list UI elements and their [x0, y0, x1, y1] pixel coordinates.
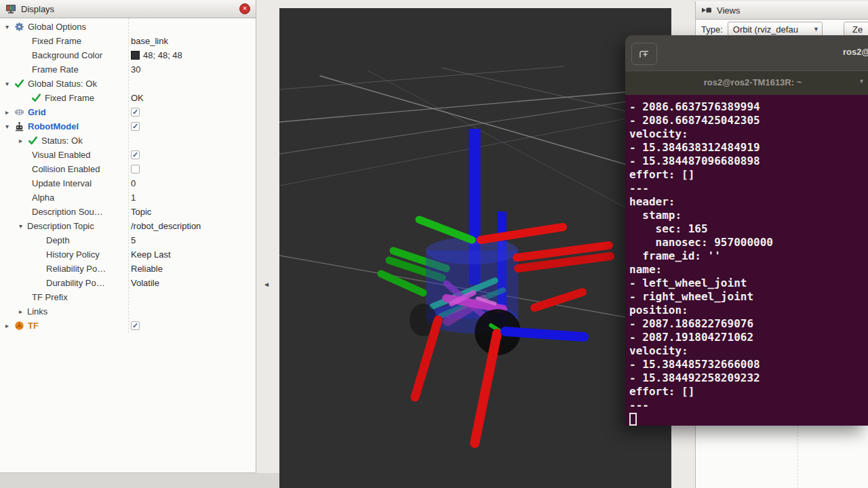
property-label: Description Topic	[27, 221, 94, 231]
property-value[interactable]: ✓	[128, 122, 256, 131]
display-row-reliability-policy[interactable]: Reliability Po…Reliable	[0, 262, 256, 276]
expand-arrow-icon[interactable]: ▸	[19, 308, 27, 315]
terminal-line: ---	[629, 399, 868, 412]
terminal-line: effort: []	[629, 385, 868, 399]
terminal-tabbar: ros2@ros2-TM1613R: ~ ▼	[625, 70, 868, 96]
property-label: Alpha	[32, 192, 54, 203]
property-label: Global Options	[28, 22, 86, 32]
terminal-window[interactable]: ros2@ ros2@ros2-TM1613R: ~ ▼ - 2086.6637…	[625, 35, 868, 426]
display-row-alpha[interactable]: Alpha1	[0, 190, 256, 205]
property-value[interactable]: ✓	[128, 150, 256, 159]
display-row-global-options[interactable]: ▾Global Options	[0, 20, 256, 34]
3d-viewport[interactable]	[279, 8, 671, 488]
display-row-history-policy[interactable]: History PolicyKeep Last	[0, 247, 256, 262]
display-row-fixed-frame[interactable]: Fixed Framebase_link	[0, 34, 256, 48]
terminal-line: - 15.384492258209232	[629, 371, 868, 385]
display-row-durability-policy[interactable]: Durability Po…Volatile	[0, 276, 256, 290]
value-text: 1	[131, 192, 136, 203]
property-label: History Policy	[46, 249, 100, 260]
property-label: Collision Enabled	[32, 164, 100, 174]
new-tab-button[interactable]	[631, 43, 657, 65]
property-value[interactable]: 5	[128, 235, 256, 245]
view-type-dropdown[interactable]: Orbit (rviz_defau ▼	[728, 22, 823, 37]
checkbox-checked[interactable]: ✓	[131, 150, 140, 159]
property-value[interactable]: Topic	[128, 207, 256, 217]
value-text: OK	[131, 93, 144, 103]
expand-arrow-icon[interactable]: ▸	[5, 108, 14, 116]
collapse-arrow-icon[interactable]: ▾	[5, 123, 14, 130]
displays-panel-header[interactable]: Displays ✕	[0, 0, 256, 18]
property-label: RobotModel	[28, 121, 79, 131]
property-value[interactable]	[128, 165, 256, 174]
display-row-update-interval[interactable]: Update Interval0	[0, 176, 256, 190]
collapse-arrow-icon[interactable]: ▾	[5, 80, 14, 87]
property-value[interactable]: 0	[128, 178, 256, 188]
display-row-grid[interactable]: ▸Grid✓	[0, 105, 256, 119]
value-text: 48; 48; 48	[143, 50, 182, 60]
collapse-arrow-icon[interactable]: ▾	[5, 23, 14, 30]
display-row-status-ok[interactable]: ▸Status: Ok	[0, 134, 256, 148]
display-row-links[interactable]: ▸Links	[0, 304, 256, 319]
terminal-line: frame_id: ''	[629, 249, 868, 263]
display-row-tf[interactable]: ▸TF✓	[0, 319, 256, 333]
tab-menu-chevron-icon[interactable]: ▼	[859, 78, 865, 85]
value-text: 0	[131, 178, 136, 188]
grid-icon	[14, 107, 25, 118]
terminal-titlebar[interactable]: ros2@	[625, 35, 868, 70]
property-value[interactable]: ✓	[128, 321, 256, 330]
property-value[interactable]: Volatile	[128, 278, 256, 288]
panel-collapse-arrow-icon[interactable]: ◄	[262, 278, 271, 290]
close-icon[interactable]: ✕	[239, 3, 250, 14]
property-label: Grid	[28, 107, 46, 117]
property-value[interactable]: Keep Last	[128, 249, 256, 260]
terminal-content[interactable]: - 2086.6637576389994- 2086.6687425042305…	[625, 95, 868, 426]
display-row-global-status[interactable]: ▾Global Status: Ok	[0, 77, 256, 91]
zero-button[interactable]: Ze	[844, 22, 868, 37]
checkbox-checked[interactable]: ✓	[131, 122, 140, 131]
expand-arrow-icon[interactable]: ▸	[5, 322, 14, 329]
expand-arrow-icon[interactable]: ▸	[19, 137, 27, 144]
checkbox-checked[interactable]: ✓	[131, 321, 140, 330]
display-row-frame-rate[interactable]: Frame Rate30	[0, 62, 256, 77]
display-row-visual-enabled[interactable]: Visual Enabled✓	[0, 148, 256, 162]
value-text: base_link	[131, 36, 168, 46]
property-label: TF	[28, 321, 39, 331]
terminal-line: - left_wheel_joint	[629, 277, 868, 290]
display-row-description-topic[interactable]: ▾Description Topic/robot_description	[0, 219, 256, 233]
terminal-line: name:	[629, 263, 868, 277]
rviz-window: Displays ✕ ▾Global OptionsFixed Framebas…	[0, 0, 868, 488]
terminal-line: effort: []	[629, 168, 868, 182]
terminal-line: header:	[629, 195, 868, 209]
display-row-robot-model[interactable]: ▾RobotModel✓	[0, 119, 256, 134]
terminal-line: - 2086.6637576389994	[629, 100, 868, 114]
property-value[interactable]: ✓	[128, 108, 256, 117]
property-value[interactable]: base_link	[128, 36, 256, 46]
property-value[interactable]: /robot_description	[128, 221, 256, 231]
property-value[interactable]: 1	[128, 192, 256, 203]
property-value[interactable]: OK	[128, 93, 256, 103]
terminal-line: - right_wheel_joint	[629, 290, 868, 304]
displays-panel-title: Displays	[21, 4, 235, 14]
property-value[interactable]: 48; 48; 48	[128, 50, 256, 60]
display-row-background-color[interactable]: Background Color48; 48; 48	[0, 48, 256, 62]
collapse-arrow-icon[interactable]: ▾	[19, 222, 27, 230]
check-icon	[14, 79, 25, 89]
checkbox-checked[interactable]: ✓	[131, 108, 140, 117]
property-value[interactable]: 30	[128, 64, 256, 75]
property-label: Links	[27, 306, 47, 317]
checkbox-unchecked[interactable]	[131, 165, 140, 174]
gear-icon	[14, 22, 25, 33]
views-panel-header[interactable]: Views	[696, 1, 868, 20]
display-row-tf-prefix[interactable]: TF Prefix	[0, 290, 256, 304]
display-row-fixed-frame-status[interactable]: Fixed FrameOK	[0, 91, 256, 105]
bottom-resize-strip[interactable]	[0, 473, 279, 488]
views-panel-title: Views	[717, 5, 863, 16]
property-label: Durability Po…	[46, 278, 105, 288]
property-value[interactable]: Reliable	[128, 264, 256, 274]
display-row-depth[interactable]: Depth5	[0, 233, 256, 247]
display-row-collision-enabled[interactable]: Collision Enabled	[0, 162, 256, 176]
check-icon	[27, 136, 39, 146]
display-row-description-source[interactable]: Description Sou…Topic	[0, 205, 256, 219]
displays-icon	[5, 3, 16, 14]
terminal-tab[interactable]: ros2@ros2-TM1613R: ~	[704, 77, 802, 87]
